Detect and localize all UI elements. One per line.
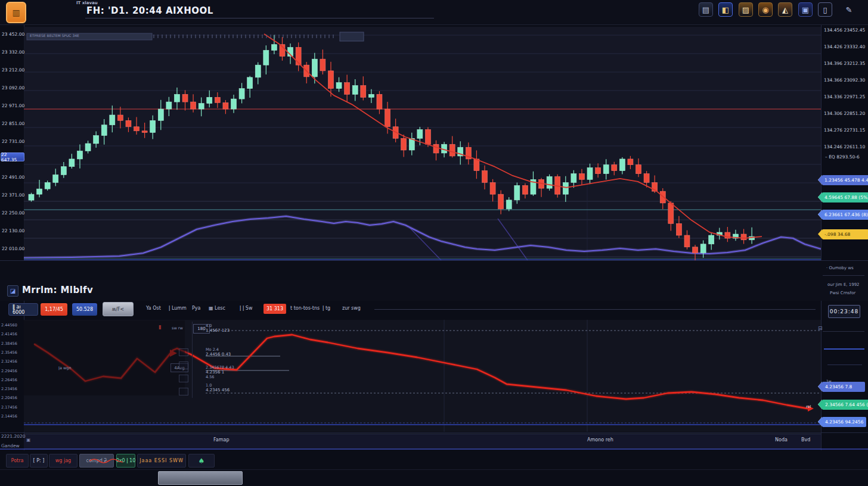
candle-bullish <box>547 175 552 191</box>
tools-gold-icon[interactable]: ▨ <box>739 2 753 17</box>
menu-item[interactable]: ǀ tg <box>323 306 330 311</box>
left-axis-label: 23 332.00 <box>2 49 24 55</box>
price-tag-arrow <box>818 210 822 219</box>
left-axis-label: 22 371.00 <box>2 192 24 198</box>
line-end-label: rel <box>806 404 811 409</box>
time-axis-bar[interactable] <box>24 434 821 449</box>
lower-left-scale-label: 2.20456 <box>1 395 17 400</box>
lower-left-scale-label: 2.38456 <box>1 341 17 346</box>
indicator-price-tag: 4.23456 94.2456 <box>822 417 866 427</box>
lower-left-scale-label: 2.41456 <box>1 332 17 337</box>
axis-calendar-icon[interactable]: ▣ <box>26 437 30 443</box>
sidebar-faint-line <box>827 364 862 365</box>
menu-item[interactable]: zur swg <box>342 306 361 311</box>
level-label-group: 2.345678 4.434.2356 14.56 <box>206 365 234 379</box>
left-axis-label: 22 010.00 <box>2 246 24 251</box>
red-squiggle-annotation <box>89 456 125 465</box>
panel-button-2[interactable]: 1,17/45 <box>41 303 67 316</box>
tag-arrow <box>818 417 822 426</box>
export-bronze-icon[interactable]: ◭ <box>778 2 792 17</box>
left-axis-label: 22 851.00 <box>2 121 24 126</box>
indicator-price-tag: 4.23456 7.8 <box>822 382 865 392</box>
right-axis-label: 134.276 22731.15 <box>824 127 865 133</box>
level-value-label: 1.4567 123 <box>206 328 230 333</box>
level-small-label: 2.345678 4.43 <box>206 365 234 370</box>
time-axis-label: Noda <box>775 437 788 443</box>
indicator-icon[interactable]: ◪ <box>7 285 18 297</box>
fire-alert-icon[interactable]: ◉ <box>758 2 773 17</box>
save-blue-icon[interactable]: ▣ <box>798 2 813 17</box>
sidebar-line1: our Jim E, 1992 <box>827 282 860 287</box>
menu-divider <box>374 309 816 310</box>
menu-item[interactable]: t ton-tos-tns <box>290 306 320 311</box>
toolbar-button-6[interactable]: Jaaa ESSI SWW <box>137 454 186 468</box>
right-axis-label: 134.246 22611.10 <box>824 144 865 149</box>
right-axis-label: 134.456 23452.45 <box>824 27 865 33</box>
level-label-group: 4.01.4567 123 <box>206 323 230 333</box>
toolbar-button-7[interactable]: ♠ <box>188 454 215 468</box>
toolbar-button-1[interactable]: Potra <box>6 454 29 468</box>
price-tag-arrow <box>818 192 822 202</box>
countdown-timer[interactable]: 00:23:48 <box>828 305 860 318</box>
marker-note: sw rw <box>172 326 183 331</box>
right-axis-label: 134.336 22971.25 <box>824 94 865 99</box>
level-value-label: 4.2345 456 <box>206 388 230 392</box>
ruler-label: ETPRESE BELTEM SPUC 34E <box>30 33 79 38</box>
menu-item[interactable]: ǀ ǀ Sw <box>240 306 252 311</box>
symbol-timeframe-title: FH: 'D1. 20:44 AIXHOOL <box>86 5 213 16</box>
signature-pen-icon[interactable]: ✎ <box>842 2 856 17</box>
axis-corner-top: 2221.2020 <box>1 434 26 439</box>
status-bar: S/Omber: ride▣ Bucsǀ Wsheves .▣ Browses … <box>0 469 868 486</box>
left-axis-label: 23 212.00 <box>2 67 24 73</box>
level-label-group: Mo 2.42.4456 0.43 <box>206 347 231 357</box>
status-progress-box[interactable] <box>158 471 243 485</box>
indicator-price-tag: 2.34566 7.64 456 (3%) <box>822 400 868 410</box>
panel-button-1[interactable]: ǁ aı 6000 <box>8 303 38 316</box>
app-logo-icon[interactable]: ▥ <box>6 2 26 23</box>
price-tag: 6.23661 67.436 (8) <box>822 210 868 220</box>
right-axis-label: 134.426 23332.40 <box>824 44 865 49</box>
price-tag: 4.59645 67.88 (5%) <box>822 192 868 202</box>
menu-item[interactable]: ▦ Lesc <box>209 306 225 311</box>
chart-window-icon[interactable]: ◧ <box>718 2 733 17</box>
level-small-label: Mo 2.4 <box>206 347 231 352</box>
left-axis-label: 22 130.00 <box>2 228 24 233</box>
ruler-handle <box>340 32 364 41</box>
level-value-label: 2.4456 0.43 <box>206 352 231 357</box>
toolbar-button-2[interactable]: [ P: ] <box>30 454 48 468</box>
workspace-panel-icon[interactable]: ▤ <box>699 2 713 17</box>
chart-background <box>24 27 821 260</box>
menu-item[interactable]: Ya Ost <box>146 306 161 311</box>
equity-note: – EQ 8293.50-6 <box>825 154 860 160</box>
level-value-label: 4.2356 1 <box>206 370 224 375</box>
toolbar-button-3[interactable]: wg jag <box>49 454 78 468</box>
collapse-icon[interactable]: ⊟ <box>818 325 823 331</box>
plot-shadow-overlay <box>24 320 185 395</box>
panel-button-4[interactable]: ʍ/F< <box>103 302 134 316</box>
lower-left-scale-label: 2.23456 <box>1 387 17 391</box>
candle-bullish <box>29 193 34 202</box>
chart-separator-band <box>0 260 868 281</box>
menu-item[interactable]: Pya <box>192 306 200 311</box>
price-tag: -.098 34.68 <box>822 229 868 239</box>
title-underline <box>85 18 434 18</box>
right-axis-label: 134.366 23092.30 <box>824 77 865 83</box>
lower-left-scale-label: 2.17456 <box>1 405 17 410</box>
axis-corner-bottom: Gandew <box>1 443 20 448</box>
barcode-glyph: ▥ <box>12 8 20 17</box>
book-outline-icon[interactable]: ▯ <box>818 2 832 17</box>
panel-button-3[interactable]: 50.528 <box>72 303 97 316</box>
panel-bottom-border <box>0 432 868 433</box>
sidebar-blue-line <box>824 348 864 350</box>
blue-separator-line <box>0 448 868 450</box>
candlestick-chart[interactable] <box>24 27 821 260</box>
sidebar-note: · Oumoby ws <box>826 266 854 270</box>
menu-item[interactable]: ǀ Lumm <box>169 306 187 311</box>
level-small-label: 1.0 <box>206 383 230 388</box>
left-axis-label: 22 250.00 <box>2 210 24 216</box>
tag-arrow <box>818 400 822 409</box>
trading-app-window: ▥ IT xlavau FH: 'D1. 20:44 AIXHOOL ▤◧▨◉◭… <box>0 0 868 486</box>
left-axis-label: 22 731.00 <box>2 139 24 144</box>
level-label-group: 1.04.2345 456 <box>206 383 230 392</box>
lower-left-scale-label: 2.35456 <box>1 350 17 355</box>
